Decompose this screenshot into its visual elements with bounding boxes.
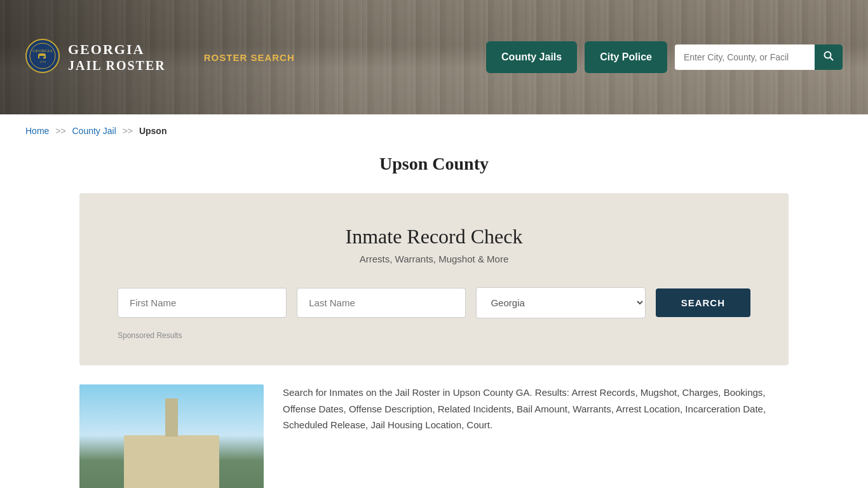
breadcrumb-county-jail[interactable]: County Jail xyxy=(72,126,116,136)
site-header: GEORGIA 1776 GEORGIA JAIL ROSTER ROSTER … xyxy=(0,0,868,114)
inmate-search-button[interactable]: SEARCH xyxy=(656,288,750,317)
header-search-bar xyxy=(675,44,843,70)
logo-text: GEORGIA JAIL ROSTER xyxy=(68,41,166,73)
inmate-search-form: Georgia SEARCH xyxy=(118,287,750,318)
inmate-record-subtitle: Arrests, Warrants, Mugshot & More xyxy=(118,254,750,264)
courthouse-image xyxy=(79,384,264,488)
page-title: Upson County xyxy=(0,147,868,193)
city-police-button[interactable]: City Police xyxy=(585,41,667,73)
svg-text:GEORGIA: GEORGIA xyxy=(32,48,53,53)
breadcrumb-home[interactable]: Home xyxy=(25,126,49,136)
county-jails-button[interactable]: County Jails xyxy=(486,41,577,73)
header-search-button[interactable] xyxy=(815,44,843,70)
breadcrumb-sep1: >> xyxy=(55,126,65,136)
breadcrumb-current: Upson xyxy=(139,126,167,136)
svg-point-4 xyxy=(825,52,831,58)
county-description: Search for Inmates on the Jail Roster in… xyxy=(283,384,789,433)
inmate-record-title: Inmate Record Check xyxy=(118,225,750,248)
svg-line-5 xyxy=(831,58,834,61)
sponsored-results-label: Sponsored Results xyxy=(118,331,750,340)
breadcrumb-sep2: >> xyxy=(123,126,133,136)
state-select[interactable]: Georgia xyxy=(476,287,645,318)
roster-search-nav[interactable]: ROSTER SEARCH xyxy=(204,52,295,63)
header-right: County Jails City Police xyxy=(486,41,843,73)
breadcrumb: Home >> County Jail >> Upson xyxy=(0,114,868,147)
header-search-input[interactable] xyxy=(675,46,815,69)
inmate-record-section: Inmate Record Check Arrests, Warrants, M… xyxy=(79,193,789,365)
svg-text:1776: 1776 xyxy=(39,60,46,64)
georgia-seal-icon: GEORGIA 1776 xyxy=(25,37,60,78)
last-name-input[interactable] xyxy=(297,288,466,318)
first-name-input[interactable] xyxy=(118,288,287,318)
logo-area: GEORGIA 1776 GEORGIA JAIL ROSTER xyxy=(25,37,166,78)
search-icon xyxy=(824,51,834,61)
bottom-section: Search for Inmates on the Jail Roster in… xyxy=(0,384,868,488)
